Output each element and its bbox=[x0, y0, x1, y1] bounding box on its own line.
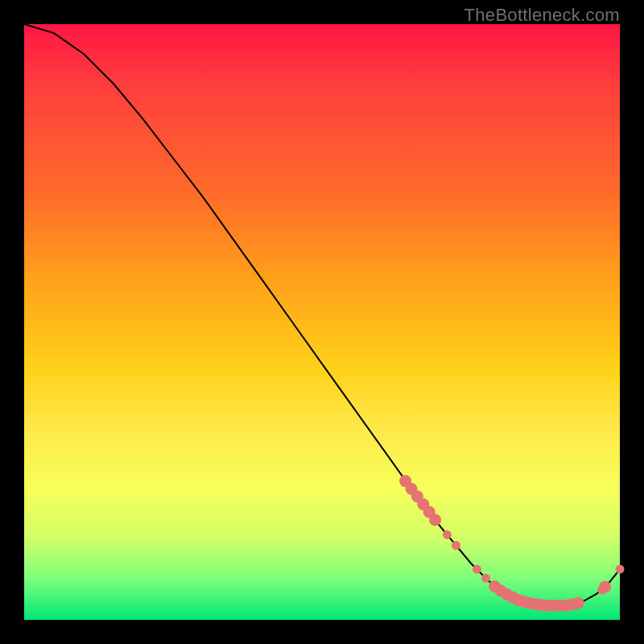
curve-line bbox=[24, 24, 620, 605]
data-marker bbox=[481, 574, 490, 583]
watermark-text: TheBottleneck.com bbox=[464, 5, 620, 26]
data-marker bbox=[452, 541, 460, 550]
data-marker bbox=[443, 530, 452, 539]
data-marker bbox=[473, 565, 481, 574]
data-marker bbox=[599, 581, 611, 593]
data-marker bbox=[616, 565, 625, 574]
data-marker bbox=[572, 597, 584, 609]
chart-frame: TheBottleneck.com bbox=[0, 0, 644, 644]
plot-area bbox=[24, 24, 620, 620]
plot-svg bbox=[24, 24, 620, 620]
data-marker bbox=[429, 514, 441, 526]
